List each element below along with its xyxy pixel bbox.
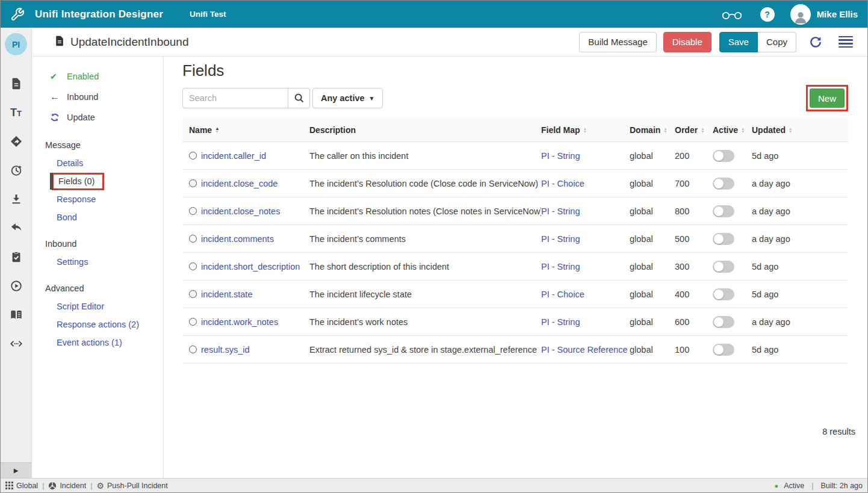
save-button[interactable]: Save: [719, 32, 758, 52]
milestone-icon[interactable]: [1, 127, 32, 156]
menu-icon[interactable]: [837, 34, 854, 50]
field-order: 500: [675, 234, 713, 244]
field-map-link[interactable]: PI - String: [541, 206, 580, 216]
field-name-link[interactable]: incident.work_notes: [201, 317, 278, 327]
field-order: 300: [675, 262, 713, 271]
active-toggle[interactable]: [713, 288, 734, 300]
field-name-link[interactable]: incident.state: [201, 290, 252, 299]
play-circle-icon[interactable]: [1, 271, 32, 300]
column-header-active[interactable]: Active ▲▼: [713, 125, 752, 135]
active-filter-dropdown[interactable]: Any active ▼: [312, 88, 383, 108]
active-toggle[interactable]: [713, 344, 734, 356]
nav-response[interactable]: Response: [32, 190, 163, 208]
field-domain: global: [630, 179, 675, 188]
nav-update-action[interactable]: Update: [32, 107, 163, 128]
field-order: 600: [675, 317, 713, 327]
wrench-icon[interactable]: [10, 7, 25, 22]
active-toggle[interactable]: [713, 205, 734, 217]
field-status-circle-icon: [189, 179, 197, 187]
text-format-icon[interactable]: TT: [1, 98, 32, 127]
status-bar: Global | Incident | ⚙ Push-Pull Incident…: [1, 478, 867, 492]
search-button[interactable]: [288, 88, 310, 108]
nav-script-editor[interactable]: Script Editor: [32, 297, 163, 315]
sort-icon: ▲▼: [663, 127, 667, 133]
nav-details[interactable]: Details: [32, 154, 163, 172]
field-name-link[interactable]: result.sys_id: [201, 345, 250, 355]
scope-item[interactable]: Global: [5, 482, 38, 490]
search-input[interactable]: [182, 88, 288, 108]
document-icon[interactable]: [1, 69, 32, 98]
expand-rail-button[interactable]: ▶: [1, 462, 32, 478]
field-name-link[interactable]: incident.comments: [201, 234, 274, 244]
build-message-button[interactable]: Build Message: [579, 32, 656, 52]
table-item[interactable]: Incident: [48, 482, 86, 490]
download-icon[interactable]: [1, 185, 32, 214]
refresh-icon[interactable]: [808, 35, 823, 49]
sort-icon: ▲▼: [741, 127, 745, 133]
field-map-link[interactable]: PI - String: [541, 234, 580, 244]
nav-inbound-direction[interactable]: ← Inbound: [32, 87, 163, 107]
user-avatar[interactable]: [790, 4, 811, 25]
column-header-order[interactable]: Order ▲▼: [675, 125, 713, 135]
field-order: 700: [675, 179, 713, 188]
code-icon[interactable]: [1, 329, 32, 358]
help-icon[interactable]: ?: [760, 7, 775, 22]
copy-button[interactable]: Copy: [758, 32, 796, 52]
check-icon: ✔: [50, 72, 62, 81]
field-name-link[interactable]: incident.close_code: [201, 179, 277, 188]
field-updated: 5d ago: [752, 345, 848, 355]
field-map-link[interactable]: PI - Choice: [541, 290, 584, 299]
field-description: The caller on this incident: [309, 151, 541, 161]
field-name-link[interactable]: incident.close_notes: [201, 206, 280, 216]
field-status-circle-icon: [189, 318, 197, 326]
active-toggle[interactable]: [713, 316, 734, 328]
nav-response-actions[interactable]: Response actions (2): [32, 315, 163, 333]
active-toggle[interactable]: [713, 150, 734, 162]
column-header-field-map[interactable]: Field Map ▲▼: [541, 125, 630, 135]
column-header-domain[interactable]: Domain ▲▼: [630, 125, 675, 135]
nav-event-actions[interactable]: Event actions (1): [32, 333, 163, 352]
field-updated: a day ago: [752, 206, 848, 216]
active-toggle[interactable]: [713, 233, 734, 245]
nav-enabled[interactable]: ✔ Enabled: [32, 66, 163, 87]
new-button[interactable]: New: [810, 88, 845, 108]
field-status-circle-icon: [189, 262, 197, 270]
field-map-link[interactable]: PI - Choice: [541, 179, 584, 188]
field-map-link[interactable]: PI - String: [541, 317, 580, 327]
field-description: The incident lifecycle state: [309, 290, 541, 299]
field-updated: a day ago: [752, 234, 848, 244]
field-map-link[interactable]: PI - Source Reference: [541, 345, 627, 355]
nav-fields[interactable]: Fields (0): [32, 172, 163, 190]
process-item[interactable]: ⚙ Push-Pull Incident: [96, 482, 167, 490]
field-name-link[interactable]: incident.caller_id: [201, 151, 266, 161]
undo-icon[interactable]: [1, 214, 32, 243]
status-dot-icon: ●: [775, 482, 779, 489]
field-domain: global: [630, 234, 675, 244]
field-map-link[interactable]: PI - String: [541, 151, 580, 161]
field-map-link[interactable]: PI - String: [541, 262, 580, 271]
disable-button[interactable]: Disable: [663, 32, 711, 52]
integration-avatar[interactable]: PI: [5, 33, 27, 55]
top-bar: Unifi Integration Designer Unifi Test ? …: [1, 1, 867, 28]
field-name-link[interactable]: incident.short_description: [201, 262, 300, 271]
tasks-icon[interactable]: [1, 243, 32, 271]
field-order: 100: [675, 345, 713, 355]
app-title: Unifi Integration Designer: [35, 8, 163, 20]
built-time: Built: 2h ago: [821, 482, 863, 490]
user-name[interactable]: Mike Ellis: [817, 9, 858, 19]
docs-icon[interactable]: [1, 300, 32, 329]
field-updated: a day ago: [752, 317, 848, 327]
side-nav: ✔ Enabled ← Inbound Update Message: [32, 57, 164, 478]
field-description: The incident’s Resolution code (Close co…: [309, 179, 541, 188]
column-header-updated[interactable]: Updated ▲▼: [752, 125, 848, 135]
active-toggle[interactable]: [713, 178, 734, 190]
history-icon[interactable]: [1, 156, 32, 185]
active-toggle[interactable]: [713, 261, 734, 273]
glasses-icon[interactable]: [722, 9, 742, 20]
nav-bond[interactable]: Bond: [32, 208, 163, 226]
environment-name: Unifi Test: [190, 10, 226, 19]
nav-settings[interactable]: Settings: [32, 253, 163, 271]
app-window: Unifi Integration Designer Unifi Test ? …: [0, 0, 868, 493]
column-header-name[interactable]: Name ▲▼: [189, 125, 309, 135]
sort-icon: ▲▼: [583, 127, 587, 133]
